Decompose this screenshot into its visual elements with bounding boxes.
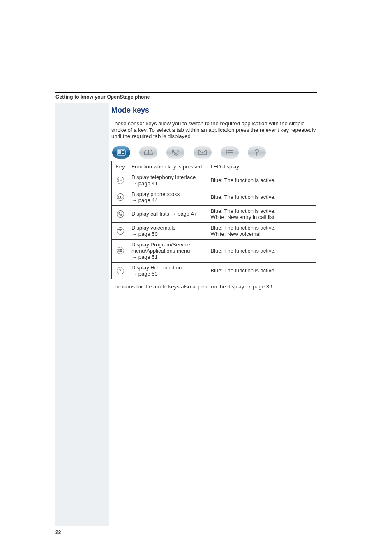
table-row: ? Display Help function → page 53 Blue: … xyxy=(112,262,316,279)
key-cell xyxy=(112,172,129,189)
func-text: Display Program/Service menu/Application… xyxy=(131,242,190,254)
led-cell: Blue: The function is active. xyxy=(208,239,316,262)
key-cell xyxy=(112,222,129,239)
header-rule xyxy=(55,92,317,93)
key-cell xyxy=(112,189,129,205)
func-cell: Display Help function → page 53 xyxy=(129,262,208,279)
page-ref[interactable]: page 51 xyxy=(138,254,158,260)
help-icon xyxy=(248,146,266,159)
svg-rect-2 xyxy=(122,150,124,151)
table-row: Display telephony interface → page 41 Bl… xyxy=(112,172,316,189)
func-text: Display call lists xyxy=(131,211,171,217)
svg-point-22 xyxy=(118,249,119,250)
func-text: Display telephony interface xyxy=(131,174,196,180)
arrow-icon: → xyxy=(131,271,137,277)
key-cell xyxy=(112,205,129,222)
svg-rect-3 xyxy=(122,152,124,152)
table-header-row: Key Function when key is pressed LED dis… xyxy=(112,161,316,172)
table-row: Display voicemails → page 50 Blue: The f… xyxy=(112,222,316,239)
svg-point-11 xyxy=(226,152,228,153)
header-key: Key xyxy=(112,161,129,172)
svg-point-24 xyxy=(118,251,119,252)
arrow-icon: → xyxy=(171,211,176,217)
page-ref[interactable]: page 41 xyxy=(138,180,158,187)
func-cell: Display phonebooks → page 44 xyxy=(129,189,208,205)
menu-icon xyxy=(221,146,239,159)
page-ref[interactable]: page 44 xyxy=(138,197,158,203)
svg-point-12 xyxy=(226,153,228,154)
func-text: Display voicemails xyxy=(131,225,175,231)
call-list-icon xyxy=(166,146,184,159)
page-header: Getting to know your OpenStage phone xyxy=(55,94,150,100)
telephony-icon xyxy=(112,146,130,159)
left-margin-band xyxy=(55,103,109,526)
svg-rect-1 xyxy=(118,150,121,154)
svg-rect-4 xyxy=(122,153,124,154)
func-cell: Display voicemails → page 50 xyxy=(129,222,208,239)
func-cell: Display call lists → page 47 xyxy=(129,205,208,222)
telephony-icon xyxy=(117,177,124,184)
func-text: Display phonebooks xyxy=(131,191,180,197)
footnote-prefix: The icons for the mode keys also appear … xyxy=(111,283,246,290)
arrow-icon: → xyxy=(131,254,137,260)
func-text: Display Help function xyxy=(131,265,182,271)
voicemail-icon xyxy=(117,227,124,235)
header-led: LED display xyxy=(208,161,316,172)
footnote-page-ref[interactable]: page 39 xyxy=(253,283,272,290)
svg-point-23 xyxy=(118,250,119,251)
page-number: 22 xyxy=(55,530,61,535)
svg-point-7 xyxy=(226,150,228,151)
footnote-suffix: . xyxy=(272,283,274,290)
section-title: Mode keys xyxy=(111,106,317,115)
phonebook-icon xyxy=(139,146,157,159)
phonebook-icon xyxy=(117,193,124,201)
menu-icon xyxy=(117,247,124,254)
func-cell: Display telephony interface → page 41 xyxy=(129,172,208,189)
table-row: Display phonebooks → page 44 Blue: The f… xyxy=(112,189,316,205)
page-ref[interactable]: page 53 xyxy=(138,271,158,277)
page-ref[interactable]: page 50 xyxy=(138,231,158,237)
header-func: Function when key is pressed xyxy=(129,161,208,172)
led-cell: Blue: The function is active. White: New… xyxy=(208,205,316,222)
arrow-icon: → xyxy=(131,231,137,237)
footnote: The icons for the mode keys also appear … xyxy=(111,283,317,290)
table-row: Display Program/Service menu/Application… xyxy=(112,239,316,262)
voicemail-icon xyxy=(194,146,212,159)
led-cell: Blue: The function is active. White: New… xyxy=(208,222,316,239)
svg-point-13 xyxy=(256,154,258,156)
led-cell: Blue: The function is active. xyxy=(208,262,316,279)
led-cell: Blue: The function is active. xyxy=(208,189,316,205)
help-icon: ? xyxy=(117,267,124,274)
func-cell: Display Program/Service menu/Application… xyxy=(129,239,208,262)
arrow-icon: → xyxy=(131,180,137,187)
key-cell xyxy=(112,239,129,262)
mode-key-icon-row xyxy=(112,146,317,159)
table-row: Display call lists → page 47 Blue: The f… xyxy=(112,205,316,222)
main-content: Mode keys These sensor keys allow you to… xyxy=(111,106,317,290)
arrow-icon: → xyxy=(131,197,137,203)
svg-rect-14 xyxy=(118,179,122,182)
key-cell: ? xyxy=(112,262,129,279)
intro-paragraph: These sensor keys allow you to switch to… xyxy=(111,120,317,140)
led-cell: Blue: The function is active. xyxy=(208,172,316,189)
page-ref[interactable]: page 47 xyxy=(178,211,197,217)
call-list-icon xyxy=(117,210,124,218)
arrow-icon: → xyxy=(246,283,251,290)
mode-keys-table: Key Function when key is pressed LED dis… xyxy=(111,161,316,279)
